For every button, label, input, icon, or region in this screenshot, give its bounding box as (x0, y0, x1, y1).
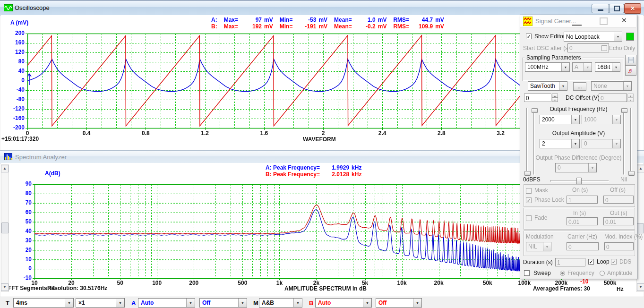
generator-run-indicator[interactable] (626, 33, 634, 41)
show-editor-checkbox[interactable] (526, 34, 532, 39)
scrollbar-thumb[interactable] (1, 222, 9, 233)
signal-generator-icon (523, 17, 532, 28)
chevron-down-icon (588, 163, 596, 172)
save-button[interactable] (625, 55, 636, 65)
window-title: Oscilloscope (15, 4, 50, 11)
sample-rate-select[interactable]: 100MHz (525, 62, 570, 72)
waveform-type-select[interactable]: SawTooth (528, 81, 567, 91)
output-amplitude-label: Output Amplitude (V) (520, 130, 637, 137)
stat-unit: kHz (352, 164, 361, 171)
stat-value: 2.0128 (322, 171, 349, 178)
dc-offset-a-spinner[interactable] (552, 94, 558, 102)
minimize-button[interactable] (592, 4, 609, 13)
multiplier-select[interactable]: ×1 (76, 298, 125, 308)
multiplier-value: ×1 (78, 299, 85, 306)
display-mode-value: A&B (262, 299, 274, 306)
floppy-disk-icon (628, 57, 634, 63)
amplitude-slider-track-b-outer[interactable] (630, 108, 632, 175)
wave-file-select: None (591, 81, 632, 91)
channel-a-range-value: Auto (141, 299, 154, 306)
carrier-label: Carrier (Hz) (567, 233, 597, 240)
stat-label: RMS= (393, 23, 409, 30)
amplitude-b-select: 0 (582, 139, 621, 148)
maximize-button[interactable] (609, 4, 624, 13)
amplitude-slider-track-a-outer[interactable] (526, 108, 528, 175)
duration-input[interactable]: 1 (555, 258, 585, 266)
fade-out-label: Out (s) (610, 210, 627, 216)
chevron-down-icon[interactable] (614, 32, 622, 41)
stat-value: 1.0 (354, 17, 376, 23)
trigger-label: T (6, 299, 9, 307)
channel-a-coupling-select[interactable]: Off (199, 298, 247, 308)
fade-checkbox (526, 215, 532, 221)
stat-label: Max= (224, 23, 238, 30)
scroll-up-button-right[interactable]: ▲ (637, 165, 644, 172)
oscilloscope-y-axis-label: A (mV) (10, 19, 28, 26)
amplitude-slider-handle-a-inner[interactable] (532, 108, 538, 113)
chevron-down-icon[interactable] (571, 139, 579, 148)
chevron-down-icon[interactable] (559, 82, 567, 90)
panel-maximize-button[interactable] (600, 17, 608, 25)
spectrum-y-axis-label: A(dB) (45, 170, 60, 177)
frequency-a-select[interactable]: 2000 (540, 115, 580, 124)
loop-checkbox[interactable] (588, 259, 594, 265)
amplitude-slider-handle-a-outer[interactable] (524, 171, 531, 176)
phase-difference-select: 0 (555, 163, 597, 172)
dc-offset-label: DC Offset (V) (566, 94, 600, 101)
amplitude-slider-handle-b-inner[interactable] (621, 108, 627, 113)
music-note-button[interactable]: ♬ (625, 65, 636, 76)
dc-offset-a-input[interactable]: 0 (524, 94, 551, 102)
echo-only-checkbox[interactable] (601, 45, 607, 51)
stat-unit: mV (435, 23, 444, 30)
bit-depth-value: 16Bit (597, 64, 610, 70)
browse-button[interactable]: ... (573, 82, 586, 91)
amplitude-slider-track-a-inner[interactable] (533, 108, 535, 175)
display-mode-select[interactable]: A&B (259, 298, 302, 308)
loopback-select[interactable]: No Loopback (564, 32, 622, 42)
channel-b-range-select[interactable]: Auto (315, 298, 372, 308)
scroll-up-button[interactable]: ▲ (1, 165, 9, 172)
stat-value: 97 (240, 17, 262, 23)
resolution-text: Resolution: 30.5176Hz (47, 285, 107, 291)
waveform-type-value: SawTooth (530, 83, 555, 89)
chevron-down-icon[interactable] (612, 63, 620, 71)
sampling-parameters-legend: Sampling Parameters (524, 54, 583, 61)
fade-in-input: 0.01 (567, 217, 598, 225)
scroll-down-button-right[interactable]: ▼ (637, 283, 644, 291)
chevron-down-icon[interactable] (561, 63, 569, 71)
panel-close-button[interactable]: ✕ (621, 17, 627, 24)
oscilloscope-toolbar: T 4ms ×1 A Auto Off M A&B B Auto Off (0, 297, 644, 308)
sweep-time-select[interactable]: 4ms (13, 298, 74, 308)
scrollbar-thumb-right[interactable] (637, 223, 644, 233)
modulation-label: Modulation (526, 233, 554, 240)
chevron-down-icon[interactable] (116, 299, 124, 307)
loopback-value: No Loopback (566, 34, 600, 40)
oscilloscope-titlebar[interactable]: Oscilloscope (0, 0, 644, 16)
mask-off-label: Off (s) (610, 187, 626, 193)
chevron-down-icon[interactable] (293, 299, 302, 307)
chevron-down-icon[interactable] (571, 115, 579, 124)
chevron-down-icon[interactable] (363, 299, 371, 307)
mask-off-input: 0 (603, 196, 634, 204)
amplitude-slider-handle-b-outer[interactable] (628, 171, 635, 176)
bit-depth-select[interactable]: 16Bit (595, 62, 620, 72)
stat-value: -53 (294, 17, 316, 23)
frequency-b-value: 1000 (584, 116, 597, 123)
scroll-down-button[interactable]: ▼ (1, 283, 9, 291)
close-button[interactable] (624, 3, 641, 14)
channel-a-range-select[interactable]: Auto (138, 298, 195, 308)
sweep-time-value: 4ms (16, 299, 27, 306)
amplitude-slider-track-b-inner[interactable] (623, 108, 625, 175)
chevron-down-icon (623, 82, 631, 90)
modulation-type-value: NIL (528, 243, 537, 250)
chevron-down-icon[interactable] (65, 299, 73, 307)
frequency-b-select: 1000 (582, 115, 621, 124)
sweep-checkbox[interactable] (524, 270, 530, 276)
chevron-down-icon[interactable] (238, 299, 247, 307)
chevron-down-icon[interactable] (186, 299, 195, 307)
amplitude-a-select[interactable]: 2 (540, 139, 580, 148)
phase-difference-value: 0 (558, 164, 561, 171)
panel-minimize-button[interactable] (572, 18, 582, 26)
chevron-down-icon[interactable] (413, 299, 421, 307)
channel-b-coupling-select[interactable]: Off (376, 298, 422, 308)
